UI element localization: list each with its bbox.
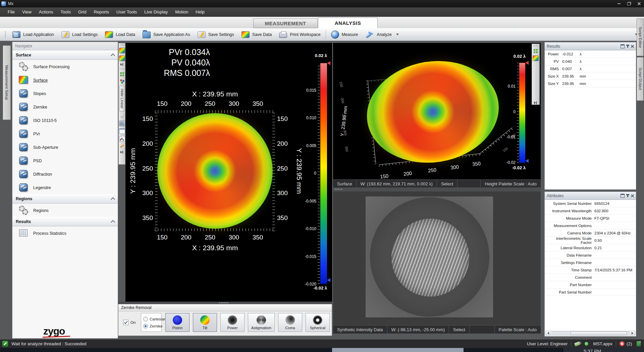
load-data-button[interactable]: Load Data bbox=[101, 30, 139, 40]
measurement-setup-tab[interactable]: Measurement Setup bbox=[3, 45, 11, 120]
radio-selected-icon[interactable] bbox=[143, 324, 148, 328]
nav-item-zernike[interactable]: Zernike bbox=[12, 100, 118, 114]
save-application-as-button[interactable]: Save Application As bbox=[139, 30, 194, 40]
palette-icon[interactable] bbox=[533, 55, 539, 61]
horizontal-scrollbar[interactable] bbox=[545, 331, 635, 336]
checkbox-checked-icon[interactable] bbox=[123, 320, 128, 325]
intensity-panel[interactable]: Synthetic Intensity Data W: (-98.13 mm, … bbox=[333, 191, 541, 333]
menu-help[interactable]: Help bbox=[192, 7, 208, 17]
surface-2d-plot[interactable]: PVr 0.034λ PV 0.040λ RMS 0.007λ X : 239.… bbox=[125, 43, 332, 302]
horizontal-splitter[interactable] bbox=[118, 302, 332, 304]
window-icon[interactable] bbox=[119, 128, 125, 134]
hide-linear-button[interactable]: Hide Linear bbox=[119, 86, 125, 112]
menu-view[interactable]: View bbox=[18, 7, 35, 17]
toolbar-grip[interactable] bbox=[119, 44, 125, 46]
navigator-section-regions[interactable]: Regions bbox=[12, 194, 118, 204]
colorbar-min-marker[interactable] bbox=[525, 159, 529, 163]
coma-button[interactable]: Coma bbox=[278, 313, 302, 332]
navigator-section-surface[interactable]: Surface bbox=[12, 50, 118, 60]
fit-view-icon[interactable] bbox=[119, 72, 125, 77]
zernike-radio[interactable]: Zernike bbox=[143, 324, 161, 328]
toolbar-grip[interactable] bbox=[5, 31, 6, 38]
tab-analysis[interactable]: ANALYSIS bbox=[318, 17, 378, 28]
menu-user-tools[interactable]: User Tools bbox=[113, 7, 141, 17]
scroll-right-button[interactable] bbox=[630, 331, 635, 335]
menu-actions[interactable]: Actions bbox=[35, 7, 57, 17]
cartesian-radio[interactable]: Cartesian bbox=[143, 317, 161, 321]
analyze-button[interactable]: Analyze bbox=[362, 30, 395, 40]
tab-measurement[interactable]: MEASUREMENT bbox=[253, 18, 318, 28]
nav-item-diffraction[interactable]: Diffraction bbox=[12, 167, 118, 181]
float-window-icon[interactable] bbox=[621, 194, 625, 198]
print-workspace-button[interactable]: Print Workspace bbox=[275, 30, 324, 40]
expand-arrow-icon[interactable] bbox=[533, 101, 538, 104]
calculator-icon[interactable] bbox=[119, 121, 125, 126]
surface-3d-map[interactable] bbox=[360, 52, 506, 172]
script-output-tab[interactable]: Script Output bbox=[637, 57, 644, 101]
power-button[interactable]: Power bbox=[220, 313, 245, 332]
pin-icon[interactable] bbox=[627, 194, 628, 197]
load-application-button[interactable]: Load Application bbox=[9, 30, 58, 40]
nav-item-process-statistics[interactable]: Process Statistics bbox=[12, 226, 118, 240]
radio-icon[interactable] bbox=[143, 317, 148, 321]
mode-select[interactable]: Select bbox=[437, 180, 458, 188]
surface-display-add-icon[interactable] bbox=[119, 55, 125, 61]
fit-view-icon[interactable] bbox=[533, 48, 538, 53]
menu-file[interactable]: File bbox=[4, 7, 18, 17]
application-name[interactable]: MST.appx bbox=[593, 341, 612, 346]
nav-item-psd[interactable]: PSD bbox=[12, 154, 118, 167]
annotate-pencil-icon[interactable] bbox=[119, 144, 125, 149]
load-settings-button[interactable]: Load Settings bbox=[58, 30, 101, 40]
astigmatism-button[interactable]: Astigmatism bbox=[248, 313, 275, 332]
colorbar[interactable] bbox=[320, 63, 327, 284]
close-icon[interactable] bbox=[631, 45, 634, 48]
float-window-icon[interactable] bbox=[621, 44, 625, 48]
close-icon[interactable] bbox=[631, 194, 634, 197]
measure-button[interactable]: Measure bbox=[327, 30, 362, 40]
menu-tools[interactable]: Tools bbox=[57, 7, 74, 17]
restore-button[interactable] bbox=[624, 1, 634, 7]
palette-scale-mode[interactable]: Height Palette Scale : Auto bbox=[480, 180, 541, 188]
menu-live-display[interactable]: Live Display bbox=[141, 7, 171, 17]
surface-height-map[interactable] bbox=[157, 113, 273, 229]
close-button[interactable] bbox=[634, 1, 644, 7]
check-icon[interactable] bbox=[119, 114, 125, 119]
scroll-left-button[interactable] bbox=[546, 331, 551, 335]
menu-reports[interactable]: Reports bbox=[90, 7, 113, 17]
nav-item-sub-aperture[interactable]: Sub-Aperture bbox=[12, 140, 118, 154]
taskbar-window-button[interactable] bbox=[332, 348, 464, 352]
surface-display-icon[interactable] bbox=[119, 48, 125, 53]
shapes-icon[interactable] bbox=[119, 79, 125, 84]
nav-item-surface[interactable]: Surface bbox=[12, 73, 118, 87]
menu-grid[interactable]: Grid bbox=[74, 7, 90, 17]
nav-item-surface-processing[interactable]: Surface Processing bbox=[12, 60, 118, 73]
nav-item-slopes[interactable]: Slopes bbox=[12, 87, 118, 100]
nav-item-regions[interactable]: Regions bbox=[12, 204, 118, 217]
expand-arrow-icon[interactable] bbox=[120, 151, 124, 154]
minimize-button[interactable] bbox=[614, 1, 624, 7]
palette-scale-mode[interactable]: Palette Scale : Auto bbox=[494, 325, 541, 334]
user-level[interactable]: User Level: Engineer bbox=[527, 341, 568, 346]
nav-item-iso-10110-5[interactable]: ISO 10110-5 bbox=[12, 114, 118, 127]
intensity-image[interactable] bbox=[366, 196, 493, 317]
pin-icon[interactable] bbox=[627, 45, 628, 48]
colorbar-max-marker[interactable] bbox=[525, 61, 529, 65]
tilt-button[interactable]: Tilt bbox=[193, 313, 217, 332]
analyze-dropdown-icon[interactable] bbox=[396, 34, 399, 35]
nav-item-pvr[interactable]: PVr bbox=[12, 127, 118, 140]
surface-3d-plot[interactable]: Y : 239.95 mm 150 200 250 300 350 150 20… bbox=[333, 43, 541, 187]
log-document-icon[interactable] bbox=[637, 341, 641, 346]
chart-icon[interactable] bbox=[119, 136, 125, 142]
scrollbar-thumb[interactable] bbox=[571, 332, 627, 336]
zernike-on-toggle[interactable]: On bbox=[123, 320, 136, 325]
mode-select[interactable]: Select bbox=[449, 325, 470, 334]
navigator-section-results[interactable]: Results bbox=[12, 217, 118, 226]
nav-item-legendre[interactable]: Legendre bbox=[12, 181, 118, 194]
colorbar[interactable] bbox=[519, 63, 525, 163]
error-badge-icon[interactable] bbox=[620, 341, 625, 346]
save-data-button[interactable]: Save Data bbox=[238, 30, 275, 40]
save-settings-button[interactable]: Save Settings bbox=[194, 30, 238, 40]
piston-button[interactable]: Piston bbox=[165, 313, 190, 332]
colorbar-max-marker[interactable] bbox=[327, 61, 330, 65]
spherical-button[interactable]: Spherical bbox=[306, 313, 330, 332]
